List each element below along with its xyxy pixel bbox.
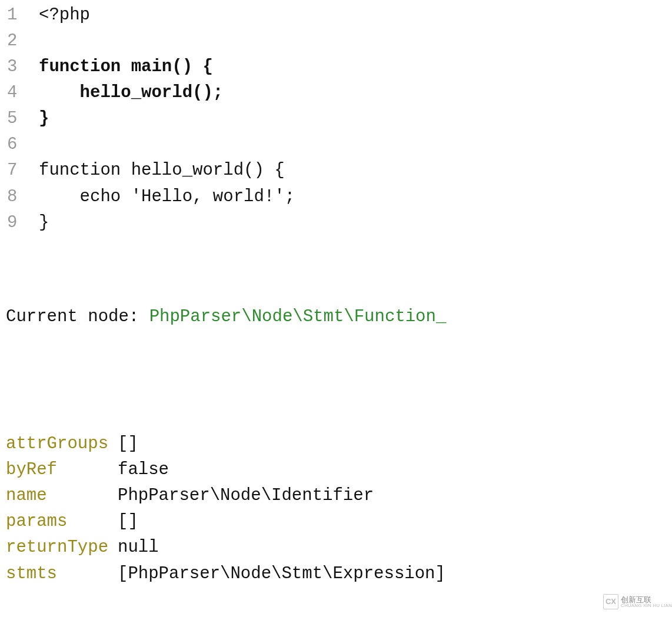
- attribute-row: namePhpParser\Node\Identifier: [6, 483, 666, 509]
- watermark-logo: CX: [603, 594, 618, 609]
- code-line: 2: [0, 28, 672, 54]
- code-line: 4 hello_world();: [0, 80, 672, 106]
- code-text: function hello_world() {: [39, 158, 285, 184]
- code-line: 3function main() {: [0, 54, 672, 80]
- attribute-value: []: [118, 509, 138, 535]
- attribute-value: []: [118, 431, 138, 457]
- attribute-key: returnType: [6, 535, 118, 561]
- code-text: <?php: [39, 2, 90, 28]
- watermark: CX 创新互联 CHUANG XIN HU LIAN: [603, 594, 672, 609]
- attribute-value: PhpParser\Node\Identifier: [118, 483, 374, 509]
- attribute-value: null: [118, 535, 159, 561]
- attribute-key: attrGroups: [6, 431, 118, 457]
- line-number: 8: [0, 184, 39, 210]
- line-number: 3: [0, 54, 39, 80]
- attribute-row: attrGroups[]: [6, 431, 666, 457]
- attribute-value: [PhpParser\Node\Stmt\Expression]: [118, 561, 445, 587]
- attributes-list: attrGroups[]byReffalsenamePhpParser\Node…: [6, 431, 666, 586]
- watermark-line1: 创新互联: [621, 596, 672, 603]
- current-node-label: Current node:: [6, 307, 149, 326]
- code-line: 6: [0, 132, 672, 158]
- attribute-key: stmts: [6, 561, 118, 587]
- code-block: 1<?php23function main() {4 hello_world()…: [0, 2, 672, 236]
- attribute-row: params[]: [6, 509, 666, 535]
- current-node-line: Current node: PhpParser\Node\Stmt\Functi…: [6, 304, 666, 330]
- output-block: Current node: PhpParser\Node\Stmt\Functi…: [0, 236, 672, 627]
- attribute-key: params: [6, 509, 118, 535]
- attribute-row: byReffalse: [6, 457, 666, 483]
- attribute-key: name: [6, 483, 118, 509]
- code-line: 9}: [0, 210, 672, 236]
- code-line: 8 echo 'Hello, world!';: [0, 184, 672, 210]
- code-text: hello_world();: [39, 80, 223, 106]
- line-number: 4: [0, 80, 39, 106]
- current-node-value: PhpParser\Node\Stmt\Function_: [149, 307, 447, 326]
- code-text: }: [39, 106, 49, 132]
- line-number: 1: [0, 2, 39, 28]
- code-line: 5}: [0, 106, 672, 132]
- attribute-value: false: [118, 457, 169, 483]
- attribute-key: byRef: [6, 457, 118, 483]
- line-number: 2: [0, 28, 39, 54]
- line-number: 9: [0, 210, 39, 236]
- attribute-row: returnTypenull: [6, 535, 666, 561]
- code-text: function main() {: [39, 54, 213, 80]
- code-text: }: [39, 210, 49, 236]
- line-number: 5: [0, 106, 39, 132]
- code-line: 7function hello_world() {: [0, 158, 672, 184]
- line-number: 7: [0, 158, 39, 184]
- code-line: 1<?php: [0, 2, 672, 28]
- attribute-row: stmts[PhpParser\Node\Stmt\Expression]: [6, 561, 666, 587]
- watermark-line2: CHUANG XIN HU LIAN: [621, 603, 672, 608]
- code-text: echo 'Hello, world!';: [39, 184, 295, 210]
- line-number: 6: [0, 132, 39, 158]
